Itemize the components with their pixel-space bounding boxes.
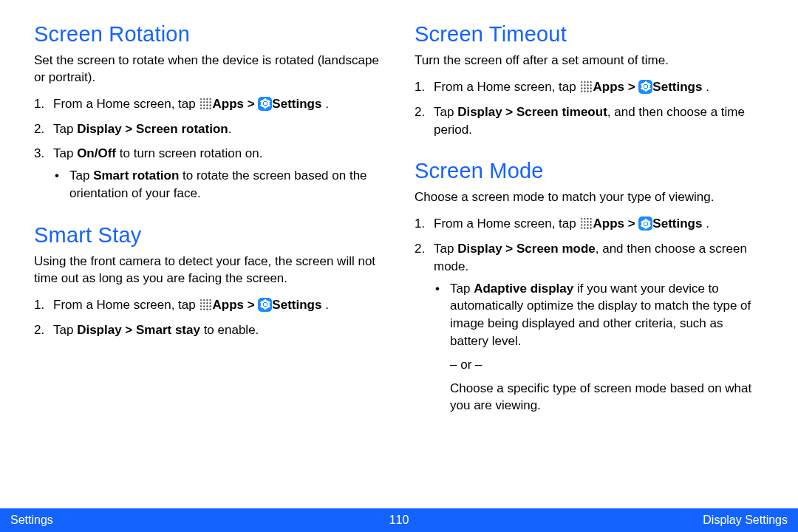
step: Tap Display > Smart stay to enable. <box>34 321 383 339</box>
left-column: Screen Rotation Set the screen to rotate… <box>34 22 383 422</box>
apps-icon <box>199 298 212 311</box>
step-home-apps-settings: From a Home screen, tap Apps > Settings … <box>34 95 383 113</box>
section-screen-timeout: Screen Timeout Turn the screen off after… <box>415 22 764 138</box>
steps-screen-mode: From a Home screen, tap Apps > Settings … <box>415 215 764 415</box>
sub-bullet: Tap Adaptive display if you want your de… <box>434 280 764 415</box>
step-home-apps-settings: From a Home screen, tap Apps > Settings … <box>34 296 383 314</box>
settings-icon <box>638 80 652 94</box>
intro-screen-mode: Choose a screen mode to match your type … <box>415 189 764 206</box>
section-screen-mode: Screen Mode Choose a screen mode to matc… <box>415 159 764 415</box>
footer-left: Settings <box>10 514 53 527</box>
step-home-apps-settings: From a Home screen, tap Apps > Settings … <box>415 215 764 233</box>
intro-screen-timeout: Turn the screen off after a set amount o… <box>415 52 764 69</box>
or-text: – or – <box>450 356 764 374</box>
sub-bullet: Tap Smart rotation to rotate the screen … <box>53 167 383 202</box>
apps-icon <box>579 80 593 93</box>
intro-screen-rotation: Set the screen to rotate when the device… <box>34 52 383 86</box>
heading-smart-stay: Smart Stay <box>34 223 383 248</box>
steps-screen-rotation: From a Home screen, tap Apps > Settings … <box>34 95 383 202</box>
heading-screen-rotation: Screen Rotation <box>34 22 383 47</box>
footer-right: Display Settings <box>703 514 788 527</box>
subtext: Choose a specific type of screen mode ba… <box>450 380 764 415</box>
settings-icon <box>638 216 652 231</box>
heading-screen-timeout: Screen Timeout <box>415 22 764 47</box>
section-smart-stay: Smart Stay Using the front camera to det… <box>34 223 383 338</box>
section-screen-rotation: Screen Rotation Set the screen to rotate… <box>34 22 383 202</box>
step-home-apps-settings: From a Home screen, tap Apps > Settings … <box>415 78 764 96</box>
footer-bar: Settings 110 Display Settings <box>0 508 798 532</box>
step: Tap On/Off to turn screen rotation on. T… <box>34 145 383 202</box>
apps-icon <box>199 97 212 110</box>
settings-icon <box>258 97 272 111</box>
step: Tap Display > Screen mode, and then choo… <box>415 240 764 415</box>
step: Tap Display > Screen rotation. <box>34 120 383 138</box>
settings-icon <box>258 298 272 312</box>
steps-smart-stay: From a Home screen, tap Apps > Settings … <box>34 296 383 339</box>
intro-smart-stay: Using the front camera to detect your fa… <box>34 253 383 287</box>
apps-icon <box>579 216 593 230</box>
footer-page-number: 110 <box>389 514 409 527</box>
right-column: Screen Timeout Turn the screen off after… <box>415 22 764 422</box>
step: Tap Display > Screen timeout, and then c… <box>415 103 764 139</box>
steps-screen-timeout: From a Home screen, tap Apps > Settings … <box>415 78 764 138</box>
heading-screen-mode: Screen Mode <box>415 159 764 183</box>
